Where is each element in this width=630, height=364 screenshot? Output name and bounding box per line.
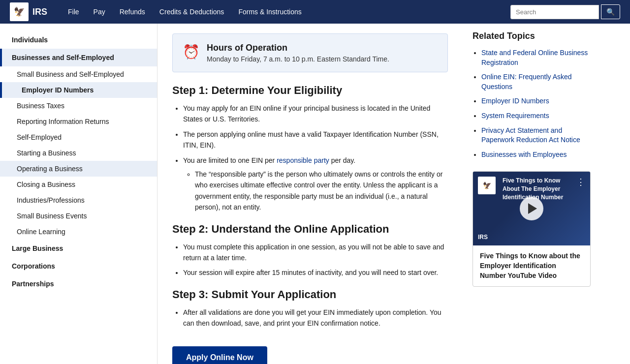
- step2-bullet-1: You must complete this application in on…: [183, 242, 448, 264]
- video-overlay-text: Five Things to Know About The Employer I…: [503, 177, 576, 201]
- step2-title: Step 2: Understand the Online Applicatio…: [172, 223, 448, 236]
- sidebar-item-learning[interactable]: Online Learning: [0, 224, 157, 240]
- sidebar-item-partnerships[interactable]: Partnerships: [0, 275, 157, 293]
- clock-icon: ⏰: [183, 44, 200, 60]
- step1-list: You may apply for an EIN online if your …: [183, 103, 448, 213]
- related-links-list: State and Federal Online Business Regist…: [481, 48, 591, 159]
- sidebar-item-closing[interactable]: Closing a Business: [0, 177, 157, 192]
- video-irs-logo-top: 🦅: [478, 177, 496, 194]
- step1-sublist: The “responsible party” is the person wh…: [195, 169, 448, 213]
- step1-subbullet: The “responsible party” is the person wh…: [195, 169, 448, 213]
- video-thumbnail[interactable]: 🦅 Five Things to Know About The Employer…: [473, 172, 590, 245]
- hours-of-operation: ⏰ Hours of Operation Monday to Friday, 7…: [172, 33, 448, 72]
- search-bar: 🔍: [510, 4, 620, 19]
- left-sidebar: Individuals Businesses and Self-Employed…: [0, 24, 158, 364]
- step1-title: Step 1: Determine Your Eligibility: [172, 84, 448, 97]
- step3-list: After all validations are done you will …: [183, 307, 448, 329]
- video-card: 🦅 Five Things to Know About The Employer…: [472, 171, 591, 287]
- video-play-button[interactable]: [520, 197, 543, 220]
- sidebar-item-individuals[interactable]: Individuals: [0, 31, 157, 49]
- nav-credits[interactable]: Credits & Deductions: [154, 1, 230, 23]
- sidebar-item-operating[interactable]: Operating a Business: [0, 161, 157, 177]
- right-sidebar: Related Topics State and Federal Online …: [463, 24, 600, 364]
- related-link-3: Employer ID Numbers: [481, 96, 591, 106]
- step3-bullet-1: After all validations are done you will …: [183, 307, 448, 329]
- sidebar-item-employer-id[interactable]: Employer ID Numbers: [0, 82, 157, 98]
- sidebar-item-self-employed[interactable]: Self-Employed: [0, 129, 157, 145]
- sidebar-item-starting[interactable]: Starting a Business: [0, 145, 157, 161]
- related-link-4: System Requirements: [481, 111, 591, 121]
- sidebar-item-reporting[interactable]: Reporting Information Returns: [0, 114, 157, 129]
- related-link-1: State and Federal Online Business Regist…: [481, 48, 591, 67]
- video-caption: Five Things to Know about the Employer I…: [473, 245, 590, 286]
- nav-forms[interactable]: Forms & Instructions: [232, 1, 307, 23]
- sidebar-item-small-business[interactable]: Small Business and Self-Employed: [0, 66, 157, 82]
- hours-title: Hours of Operation: [207, 43, 389, 53]
- sidebar-item-industries[interactable]: Industries/Professions: [0, 192, 157, 208]
- step1-bullet-1: You may apply for an EIN online if your …: [183, 103, 448, 125]
- sidebar-item-businesses[interactable]: Businesses and Self-Employed: [0, 49, 157, 66]
- related-link-6: Businesses with Employees: [481, 150, 591, 160]
- logo-emblem: 🦅: [10, 2, 29, 21]
- related-link-faq[interactable]: Online EIN: Frequently Asked Questions: [481, 73, 572, 91]
- step1-bullet-3: You are limited to one EIN per responsib…: [183, 155, 448, 213]
- step3-title: Step 3: Submit Your Application: [172, 288, 448, 301]
- video-irs-logo-bottom: IRS: [478, 234, 488, 241]
- video-more-button[interactable]: ⋮: [576, 177, 585, 187]
- related-link-5: Privacy Act Statement and Paperwork Redu…: [481, 126, 591, 145]
- sidebar-item-business-taxes[interactable]: Business Taxes: [0, 98, 157, 114]
- apply-online-button[interactable]: Apply Online Now: [172, 346, 267, 364]
- sidebar-item-events[interactable]: Small Business Events: [0, 208, 157, 224]
- irs-logo[interactable]: 🦅 IRS: [10, 2, 47, 21]
- related-link-2: Online EIN: Frequently Asked Questions: [481, 72, 591, 91]
- hours-text: Monday to Friday, 7 a.m. to 10 p.m. East…: [207, 55, 389, 63]
- nav-refunds[interactable]: Refunds: [114, 1, 151, 23]
- search-button[interactable]: 🔍: [601, 4, 620, 19]
- main-nav: File Pay Refunds Credits & Deductions Fo…: [62, 1, 496, 23]
- step1-bullet-2: The person applying online must have a v…: [183, 129, 448, 151]
- related-topics-title: Related Topics: [472, 31, 591, 41]
- related-link-employer-id[interactable]: Employer ID Numbers: [481, 97, 549, 105]
- nav-pay[interactable]: Pay: [88, 1, 111, 23]
- main-content: ⏰ Hours of Operation Monday to Friday, 7…: [158, 24, 463, 364]
- site-header: 🦅 IRS File Pay Refunds Credits & Deducti…: [0, 0, 630, 24]
- related-link-system-req[interactable]: System Requirements: [481, 112, 549, 120]
- sidebar-item-large[interactable]: Large Business: [0, 240, 157, 257]
- related-link-privacy[interactable]: Privacy Act Statement and Paperwork Redu…: [481, 126, 580, 144]
- step2-list: You must complete this application in on…: [183, 242, 448, 278]
- page-layout: Individuals Businesses and Self-Employed…: [0, 24, 630, 364]
- sidebar-item-corporations[interactable]: Corporations: [0, 257, 157, 275]
- related-link-businesses-emp[interactable]: Businesses with Employees: [481, 151, 567, 158]
- hours-info: Hours of Operation Monday to Friday, 7 a…: [207, 43, 389, 63]
- step2-bullet-2: Your session will expire after 15 minute…: [183, 267, 448, 278]
- nav-file[interactable]: File: [62, 1, 85, 23]
- search-input[interactable]: [510, 5, 599, 19]
- responsible-party-link[interactable]: responsible party: [277, 156, 329, 164]
- logo-text: IRS: [32, 7, 47, 17]
- related-link-state-federal[interactable]: State and Federal Online Business Regist…: [481, 49, 588, 66]
